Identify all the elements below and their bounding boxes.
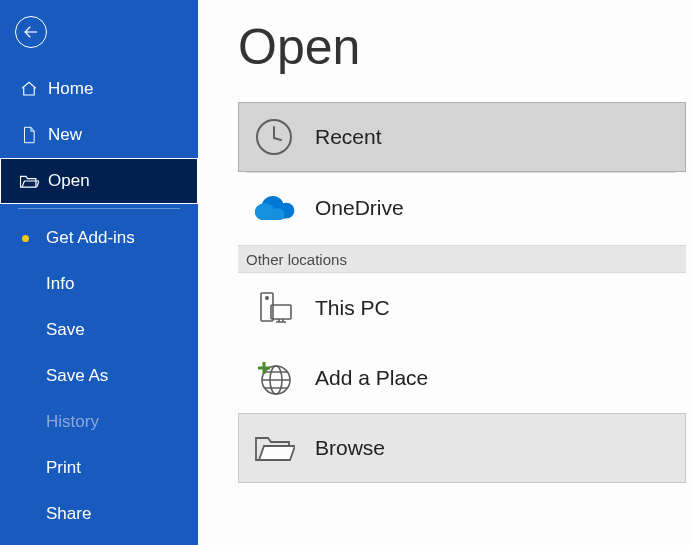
back-arrow-icon [22, 23, 40, 41]
page-title: Open [238, 18, 691, 76]
back-button[interactable] [15, 16, 47, 48]
notification-dot-icon [22, 235, 29, 242]
home-icon [18, 80, 40, 98]
nav-print-label: Print [46, 458, 81, 478]
location-onedrive-label: OneDrive [315, 196, 404, 220]
nav-get-addins[interactable]: Get Add-ins [0, 215, 198, 261]
nav-info[interactable]: Info [0, 261, 198, 307]
nav-save-label: Save [46, 320, 85, 340]
backstage-sidebar: Home New Open Get Add-ins Info Save Save… [0, 0, 198, 545]
nav-history: History [0, 399, 198, 445]
location-list: Recent OneDrive Other locations This PC [238, 102, 686, 483]
nav-home-label: Home [48, 79, 93, 99]
nav-history-label: History [46, 412, 99, 432]
nav-share-label: Share [46, 504, 91, 524]
location-recent[interactable]: Recent [238, 102, 686, 172]
location-add-place[interactable]: Add a Place [238, 343, 686, 413]
browse-folder-icon [251, 425, 297, 471]
svg-rect-3 [271, 305, 291, 319]
location-browse-label: Browse [315, 436, 385, 460]
nav-divider [18, 208, 180, 209]
location-browse[interactable]: Browse [238, 413, 686, 483]
section-other-locations: Other locations [238, 245, 686, 273]
this-pc-icon [251, 285, 297, 331]
clock-icon [251, 114, 297, 160]
nav-info-label: Info [46, 274, 74, 294]
location-this-pc[interactable]: This PC [238, 273, 686, 343]
svg-point-2 [266, 297, 268, 299]
nav-save[interactable]: Save [0, 307, 198, 353]
add-place-icon [251, 355, 297, 401]
nav-new[interactable]: New [0, 112, 198, 158]
location-onedrive[interactable]: OneDrive [238, 173, 686, 243]
onedrive-icon [251, 185, 297, 231]
nav-saveas-label: Save As [46, 366, 108, 386]
location-addplace-label: Add a Place [315, 366, 428, 390]
main-panel: Open Recent OneDrive Other locations [198, 0, 691, 545]
location-recent-label: Recent [315, 125, 382, 149]
nav-print[interactable]: Print [0, 445, 198, 491]
nav-open[interactable]: Open [0, 158, 198, 204]
nav-share[interactable]: Share [0, 491, 198, 537]
location-thispc-label: This PC [315, 296, 390, 320]
nav-save-as[interactable]: Save As [0, 353, 198, 399]
nav-addins-label: Get Add-ins [46, 228, 135, 248]
folder-open-icon [18, 173, 40, 189]
nav-new-label: New [48, 125, 82, 145]
nav-home[interactable]: Home [0, 66, 198, 112]
nav-open-label: Open [48, 171, 90, 191]
document-icon [18, 126, 40, 144]
